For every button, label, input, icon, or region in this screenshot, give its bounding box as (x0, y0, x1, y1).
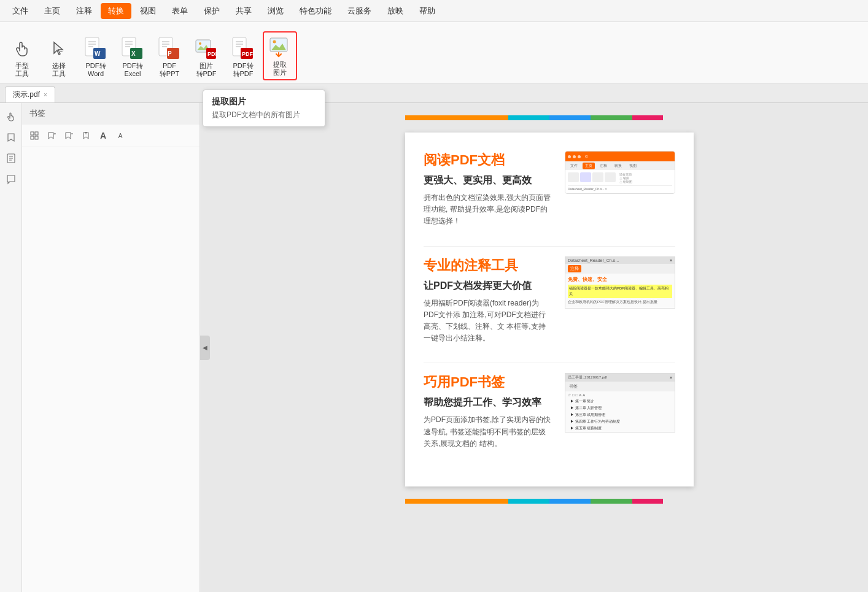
pdf-section-bookmarks: 巧用PDF书签 帮助您提升工作、学习效率 为PDF页面添加书签,除了实现内容的快… (424, 373, 675, 450)
pdf-section1-subtitle: 更强大、更实用、更高效 (424, 174, 552, 187)
extract-img-icon (268, 35, 292, 60)
pdf-convert-icon: PDF (231, 36, 255, 61)
svg-text:PDF: PDF (207, 51, 217, 57)
menu-form[interactable]: 表单 (165, 3, 195, 19)
menu-share[interactable]: 共享 (228, 3, 259, 19)
collapse-panel-button[interactable]: ◀ (200, 336, 210, 360)
menu-help[interactable]: 帮助 (412, 3, 443, 19)
pdf-top-strip (405, 115, 663, 120)
sidebar-bookmark-icon[interactable] (2, 129, 20, 146)
sidebar-icons (0, 103, 22, 592)
menu-protect[interactable]: 保护 (196, 3, 227, 19)
pdf-ppt-icon: P (157, 36, 182, 61)
pdf-to-word-button[interactable]: W PDF转Word (79, 34, 113, 80)
tabbar: 演示.pdf × (0, 83, 868, 103)
tooltip: 提取图片 提取PDF文档中的所有图片 (203, 90, 325, 127)
panel-grid-button[interactable] (27, 128, 42, 143)
cursor-icon (47, 36, 71, 61)
svg-text:P: P (168, 50, 172, 57)
pdf-bottom-strip (405, 499, 663, 504)
panel-bookmark-remove-button[interactable] (61, 128, 76, 143)
svg-point-18 (273, 40, 276, 43)
content-area: ◀ 阅读PDF文档 更强大、更实用、更高效 拥有出色的文档渲 (200, 103, 868, 592)
pdf-word-label: PDF转Word (86, 62, 106, 78)
pdf-section3-body: 为PDF页面添加书签,除了实现内容的快速导航, 书签还能指明不同书签的层级关系,… (424, 414, 552, 450)
hand-tool-button[interactable]: 手型工具 (5, 34, 39, 80)
menu-home[interactable]: 主页 (37, 3, 68, 19)
pdf-page: 阅读PDF文档 更强大、更实用、更高效 拥有出色的文档渲染效果,强大的页面管理功… (405, 133, 694, 486)
pdf-section1-title: 阅读PDF文档 (424, 151, 552, 169)
select-tool-label: 选择工具 (52, 62, 66, 78)
mini-screenshot-1: G 文件 主页 注释 转换 视图 (565, 151, 675, 194)
select-tool-button[interactable]: 选择工具 (42, 34, 76, 80)
svg-rect-0 (58, 51, 63, 52)
tab-filename: 演示.pdf (13, 90, 40, 100)
menu-annotate[interactable]: 注释 (69, 3, 99, 19)
svg-text:PDF: PDF (242, 51, 254, 57)
pdf-section2-title: 专业的注释工具 (424, 256, 552, 275)
svg-text:W: W (95, 50, 101, 57)
tooltip-description: 提取PDF文档中的所有图片 (212, 110, 316, 120)
svg-rect-22 (31, 136, 34, 139)
menu-browse[interactable]: 浏览 (260, 3, 291, 19)
pdf-to-excel-button[interactable]: X PDF转Excel (115, 34, 150, 80)
pdf-section3-title: 巧用PDF书签 (424, 373, 552, 391)
pdf-section2-body: 使用福昕PDF阅读器(foxit reader)为PDF文件添 加注释,可对PD… (424, 298, 552, 345)
pdf-ppt-label: PDF转PPT (160, 62, 179, 78)
sidebar-comment-icon[interactable] (2, 171, 20, 188)
extract-images-button[interactable]: 提取图片 (263, 31, 297, 80)
image-to-pdf-button[interactable]: PDF 图片转PDF (189, 34, 223, 80)
panel-toolbar: A A (22, 125, 200, 147)
panel-font-small-button[interactable]: A (113, 128, 128, 143)
menu-file[interactable]: 文件 (5, 3, 36, 19)
panel-title: 书签 (22, 103, 200, 125)
mini-screenshot-3: 员工手册_20120917.pdf × 书签 ☆□□AA (565, 373, 675, 432)
sidebar-page-icon[interactable] (2, 150, 20, 167)
pdf-to-ppt-button[interactable]: P PDF转PPT (152, 34, 187, 80)
pdf-excel-label: PDF转Excel (123, 62, 143, 78)
mini-screenshot-2: Datasheet_Reader_Ch.o... × 注释 免费、快速、安全 福… (565, 256, 675, 309)
pdf-section-annotation: 专业的注释工具 让PDF文档发挥更大价值 使用福昕PDF阅读器(foxit re… (424, 256, 675, 345)
bookmarks-panel: 书签 (22, 103, 200, 592)
svg-rect-20 (31, 132, 34, 135)
tooltip-title: 提取图片 (212, 96, 316, 107)
extract-images-label: 提取图片 (273, 61, 287, 77)
tab-演示pdf[interactable]: 演示.pdf × (5, 86, 55, 102)
toolbar: 手型工具 选择工具 W PDF转Word (0, 22, 868, 83)
menu-convert[interactable]: 转换 (101, 3, 131, 19)
menu-present[interactable]: 放映 (380, 3, 411, 19)
image-pdf-label: 图片转PDF (196, 62, 217, 78)
main-layout: 书签 (0, 103, 868, 592)
pdf-convert-pdf-button[interactable]: PDF PDF转转PDF (226, 34, 260, 80)
panel-bookmark-add-button[interactable] (44, 128, 59, 143)
hand-tool-label: 手型工具 (15, 62, 29, 78)
panel-font-large-button[interactable]: A (96, 128, 110, 143)
menubar: 文件 主页 注释 转换 视图 表单 保护 共享 浏览 特色功能 云服务 放映 帮… (0, 0, 868, 22)
pdf-convert-pdf-label: PDF转转PDF (233, 62, 254, 78)
pdf-section2-subtitle: 让PDF文档发挥更大价值 (424, 280, 552, 293)
hand-icon (10, 36, 34, 61)
menu-view[interactable]: 视图 (133, 3, 163, 19)
svg-text:X: X (131, 50, 136, 57)
tab-close-button[interactable]: × (44, 91, 47, 98)
svg-rect-21 (35, 132, 38, 135)
menu-special[interactable]: 特色功能 (292, 3, 339, 19)
pdf-section1-body: 拥有出色的文档渲染效果,强大的页面管理功能, 帮助提升效率,是您阅读PDF的理想… (424, 192, 552, 228)
svg-point-11 (199, 42, 201, 45)
panel-bookmark-up-button[interactable] (79, 128, 93, 143)
pdf-word-icon: W (83, 36, 108, 61)
sidebar-hand-icon[interactable] (2, 108, 20, 125)
svg-rect-23 (35, 136, 38, 139)
pdf-excel-icon: X (120, 36, 145, 61)
pdf-section-reading: 阅读PDF文档 更强大、更实用、更高效 拥有出色的文档渲染效果,强大的页面管理功… (424, 151, 675, 228)
image-pdf-icon: PDF (194, 36, 219, 61)
pdf-section3-subtitle: 帮助您提升工作、学习效率 (424, 396, 552, 409)
menu-cloud[interactable]: 云服务 (340, 3, 379, 19)
